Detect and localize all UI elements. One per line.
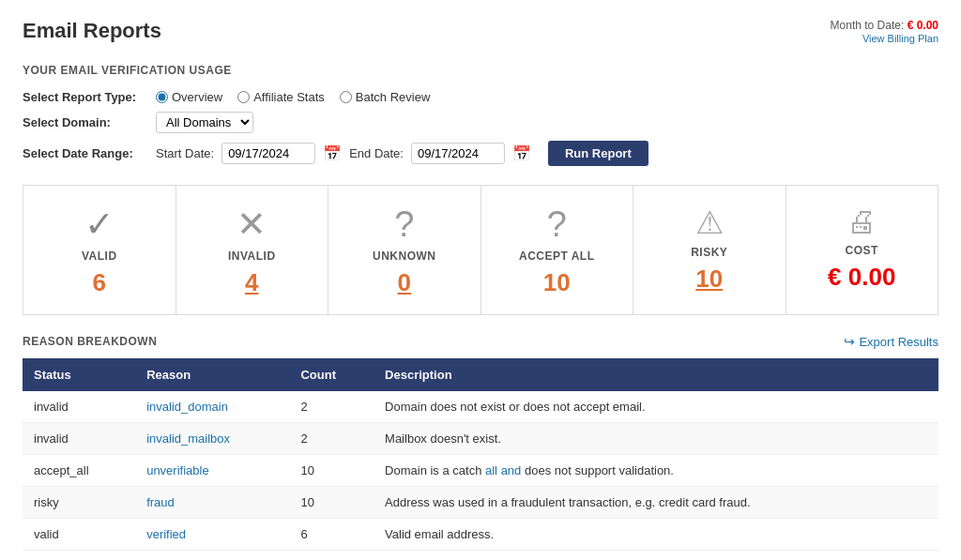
export-label: Export Results xyxy=(859,335,938,349)
invalid-value[interactable]: 4 xyxy=(186,268,319,297)
radio-overview-label: Overview xyxy=(172,90,222,104)
page-header: Email Reports Month to Date: € 0.00 View… xyxy=(23,19,938,45)
desc-link2[interactable]: and xyxy=(501,463,522,477)
cost-icon: 🖨 xyxy=(796,206,929,236)
reason-link[interactable]: invalid_domain xyxy=(146,400,228,414)
date-group: Start Date: 📅 End Date: 📅 Run Report xyxy=(156,141,648,166)
risky-icon: ⚠ xyxy=(643,206,776,238)
header-billing-info: Month to Date: € 0.00 View Billing Plan xyxy=(831,19,938,45)
export-icon: ↪ xyxy=(844,334,855,349)
report-type-options: Overview Affiliate Stats Batch Review xyxy=(156,90,430,104)
cell-reason[interactable]: invalid_domain xyxy=(135,391,289,423)
cell-status: invalid xyxy=(23,391,135,423)
radio-overview[interactable]: Overview xyxy=(156,90,222,104)
radio-batch-input[interactable] xyxy=(340,91,352,103)
table-row: invalidinvalid_mailbox2Mailbox doesn't e… xyxy=(23,423,938,455)
date-range-label: Select Date Range: xyxy=(23,146,145,160)
start-date-input[interactable] xyxy=(221,143,315,164)
cell-description: Domain does not exist or does not accept… xyxy=(374,391,938,423)
unknown-value[interactable]: 0 xyxy=(338,268,471,297)
col-description: Description xyxy=(374,358,938,391)
radio-batch-label: Batch Review xyxy=(356,90,430,104)
cost-value: € 0.00 xyxy=(796,263,929,292)
unknown-icon: ? xyxy=(338,206,471,242)
cell-description: Domain is a catch all and does not suppo… xyxy=(374,455,938,487)
desc-link[interactable]: all xyxy=(485,463,497,477)
domain-label: Select Domain: xyxy=(23,115,145,129)
start-date-label: Start Date: xyxy=(156,146,214,160)
export-results-link[interactable]: ↪ Export Results xyxy=(844,334,938,349)
cell-status: accept_all xyxy=(23,455,135,487)
table-row: invalidinvalid_domain2Domain does not ex… xyxy=(23,391,938,423)
stat-valid: ✓ VALID 6 xyxy=(23,186,176,314)
reason-link[interactable]: unverifiable xyxy=(146,463,209,477)
table-row: accept_allunverifiable10Domain is a catc… xyxy=(23,455,938,487)
stat-accept-all: ? ACCEPT ALL 10 xyxy=(481,186,634,314)
cell-count: 10 xyxy=(289,455,374,487)
col-status: Status xyxy=(23,358,135,391)
invalid-label: INVALID xyxy=(186,250,319,263)
cell-count: 2 xyxy=(289,391,374,423)
report-type-label: Select Report Type: xyxy=(23,90,145,104)
run-report-button[interactable]: Run Report xyxy=(548,141,648,166)
cell-reason[interactable]: invalid_mailbox xyxy=(135,423,289,455)
domain-row: Select Domain: All Domains xyxy=(23,112,938,133)
month-to-date-value: € 0.00 xyxy=(908,19,938,32)
usage-section-title: YOUR EMAIL VERIFICATION USAGE xyxy=(23,64,938,77)
table-header-row: Status Reason Count Description xyxy=(23,358,938,391)
accept-all-icon: ? xyxy=(491,206,624,242)
date-range-row: Select Date Range: Start Date: 📅 End Dat… xyxy=(23,141,938,166)
breakdown-table: Status Reason Count Description invalidi… xyxy=(23,358,938,551)
breakdown-header: REASON BREAKDOWN ↪ Export Results xyxy=(23,334,938,349)
cell-reason[interactable]: unverifiable xyxy=(135,455,289,487)
reason-link[interactable]: verified xyxy=(146,527,186,541)
radio-affiliate[interactable]: Affiliate Stats xyxy=(237,90,325,104)
stat-cost: 🖨 COST € 0.00 xyxy=(786,186,938,314)
unknown-label: UNKNOWN xyxy=(338,250,471,263)
cell-description: Mailbox doesn't exist. xyxy=(374,423,938,455)
col-count: Count xyxy=(289,358,374,391)
stat-unknown: ? UNKNOWN 0 xyxy=(328,186,481,314)
cell-reason[interactable]: fraud xyxy=(135,487,289,519)
cell-status: invalid xyxy=(23,423,135,455)
domain-select[interactable]: All Domains xyxy=(156,112,253,133)
cell-status: valid xyxy=(23,519,135,551)
cost-label: COST xyxy=(796,244,929,257)
radio-batch[interactable]: Batch Review xyxy=(340,90,430,104)
cell-count: 6 xyxy=(289,519,374,551)
start-date-calendar-icon[interactable]: 📅 xyxy=(323,144,342,162)
stat-invalid: ✕ INVALID 4 xyxy=(176,186,329,314)
valid-icon: ✓ xyxy=(33,206,166,242)
table-row: riskyfraud10Address was used in a fraudu… xyxy=(23,487,938,519)
cell-count: 2 xyxy=(289,423,374,455)
accept-all-label: ACCEPT ALL xyxy=(491,250,624,263)
stats-row: ✓ VALID 6 ✕ INVALID 4 ? UNKNOWN 0 ? ACCE… xyxy=(23,185,938,315)
view-billing-plan-link[interactable]: View Billing Plan xyxy=(862,33,938,44)
radio-overview-input[interactable] xyxy=(156,91,168,103)
risky-value[interactable]: 10 xyxy=(643,265,776,294)
radio-affiliate-label: Affiliate Stats xyxy=(253,90,325,104)
month-to-date: Month to Date: € 0.00 xyxy=(831,19,938,32)
accept-all-value: 10 xyxy=(491,268,624,297)
radio-affiliate-input[interactable] xyxy=(237,91,250,103)
end-date-input[interactable] xyxy=(411,143,505,164)
end-date-label: End Date: xyxy=(349,146,404,160)
risky-label: RISKY xyxy=(643,246,776,259)
end-date-calendar-icon[interactable]: 📅 xyxy=(512,144,531,162)
month-to-date-label: Month to Date: xyxy=(831,19,905,32)
reason-link[interactable]: fraud xyxy=(146,495,175,509)
page-title: Email Reports xyxy=(23,19,161,43)
invalid-icon: ✕ xyxy=(186,206,319,242)
cell-count: 10 xyxy=(289,487,374,519)
cell-status: risky xyxy=(23,487,135,519)
valid-value: 6 xyxy=(33,268,166,297)
report-type-row: Select Report Type: Overview Affiliate S… xyxy=(23,90,938,104)
cell-description: Address was used in a fraudulent transac… xyxy=(374,487,938,519)
reason-link[interactable]: invalid_mailbox xyxy=(146,431,230,446)
cell-reason[interactable]: verified xyxy=(135,519,289,551)
col-reason: Reason xyxy=(135,358,289,391)
table-row: validverified6Valid email address. xyxy=(23,519,938,551)
cell-description: Valid email address. xyxy=(374,519,938,551)
valid-label: VALID xyxy=(33,250,166,263)
stat-risky: ⚠ RISKY 10 xyxy=(633,186,786,314)
